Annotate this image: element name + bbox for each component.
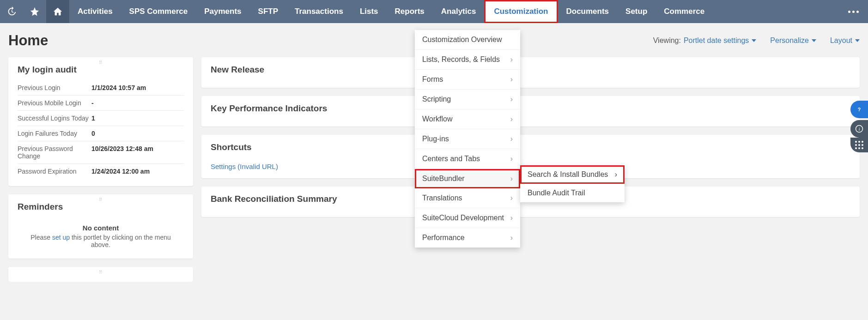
history-icon[interactable] — [0, 0, 23, 23]
left-column: ⠿ My login audit Previous Login1/1/2024 … — [8, 57, 193, 282]
chevron-right-icon: › — [510, 155, 513, 163]
submenu-item-search-install-bundles[interactable]: Search & Install Bundles› — [520, 165, 625, 184]
personalize-label: Personalize — [770, 36, 809, 45]
setup-link[interactable]: set up — [52, 234, 70, 241]
row-value: 1/24/2024 12:00 am — [91, 168, 150, 175]
nav-item-reports[interactable]: Reports — [387, 0, 433, 23]
row-value: - — [91, 99, 94, 107]
chevron-right-icon: › — [510, 194, 513, 202]
nav-item-customization[interactable]: Customization — [484, 0, 558, 23]
dropdown-item-label: SuiteBundler — [422, 175, 465, 183]
login-audit-row: Login Failures Today0 — [18, 126, 184, 141]
no-content: No content Please set up this portlet by… — [18, 217, 184, 251]
login-audit-row: Successful Logins Today1 — [18, 111, 184, 126]
nav-item-lists[interactable]: Lists — [352, 0, 387, 23]
nav-item-sftp[interactable]: SFTP — [250, 0, 286, 23]
page-title: Home — [8, 32, 48, 49]
login-audit-portlet: ⠿ My login audit Previous Login1/1/2024 … — [8, 57, 193, 186]
info-button[interactable]: i — [850, 120, 868, 138]
row-value: 1/1/2024 10:57 am — [91, 84, 146, 91]
submenu-item-bundle-audit-trail[interactable]: Bundle Audit Trail — [520, 184, 625, 202]
portlet-title: Reminders — [18, 202, 184, 212]
portlet-title: My login audit — [18, 65, 184, 75]
dropdown-item-label: Workflow — [422, 115, 453, 123]
dropdown-item-label: Forms — [422, 75, 443, 84]
dropdown-item-plug-ins[interactable]: Plug-ins› — [415, 129, 520, 149]
row-value: 1 — [91, 115, 95, 122]
row-label: Password Expiration — [18, 168, 91, 175]
row-label: Successful Logins Today — [18, 115, 91, 122]
submenu-item-label: Bundle Audit Trail — [528, 189, 585, 197]
new-release-portlet: New Release — [201, 57, 860, 88]
drag-handle-icon[interactable]: ⠿ — [99, 270, 103, 275]
row-value: 0 — [91, 130, 95, 137]
topbar: ActivitiesSPS CommercePaymentsSFTPTransa… — [0, 0, 868, 23]
dropdown-item-customization-overview[interactable]: Customization Overview — [415, 30, 520, 50]
no-content-title: No content — [27, 224, 175, 232]
more-icon[interactable] — [848, 11, 859, 13]
drag-handle-icon[interactable]: ⠿ — [99, 60, 103, 65]
dropdown-item-label: Performance — [422, 234, 465, 242]
nav-item-documents[interactable]: Documents — [558, 0, 618, 23]
dropdown-item-translations[interactable]: Translations› — [415, 188, 520, 208]
chevron-right-icon: › — [510, 75, 513, 84]
dropdown-item-performance[interactable]: Performance› — [415, 228, 520, 248]
dropdown-item-centers-and-tabs[interactable]: Centers and Tabs› — [415, 149, 520, 169]
dropdown-item-suitebundler[interactable]: SuiteBundler› — [415, 169, 520, 188]
star-icon[interactable] — [23, 0, 46, 23]
home-icon[interactable] — [46, 0, 69, 23]
layout-control[interactable]: Layout — [830, 36, 860, 45]
empty-portlet: ⠿ — [8, 267, 193, 282]
dropdown-item-label: Scripting — [422, 95, 451, 103]
nav-item-commerce[interactable]: Commerce — [656, 0, 713, 23]
portlet-title: New Release — [211, 65, 850, 75]
reminders-portlet: ⠿ Reminders No content Please set up thi… — [8, 194, 193, 259]
customization-dropdown: Customization OverviewLists, Records, & … — [415, 30, 520, 248]
help-button[interactable]: ? — [850, 101, 868, 118]
viewing-control[interactable]: Viewing: Portlet date settings — [653, 36, 757, 45]
nav-item-activities[interactable]: Activities — [69, 0, 121, 23]
nav-item-setup[interactable]: Setup — [617, 0, 656, 23]
nav-item-transactions[interactable]: Transactions — [286, 0, 352, 23]
kpi-portlet: Key Performance Indicators — [201, 96, 860, 127]
viewing-prefix: Viewing: — [653, 36, 681, 45]
suitebundler-submenu: Search & Install Bundles›Bundle Audit Tr… — [520, 165, 625, 202]
dropdown-item-label: Translations — [422, 194, 462, 202]
row-label: Previous Login — [18, 84, 91, 91]
nav-item-analytics[interactable]: Analytics — [433, 0, 485, 23]
row-value: 10/26/2023 12:48 am — [91, 145, 153, 160]
caret-down-icon — [752, 39, 756, 42]
nav-item-sps-commerce[interactable]: SPS Commerce — [121, 0, 196, 23]
chevron-right-icon: › — [510, 135, 513, 143]
dropdown-item-label: Plug-ins — [422, 135, 449, 143]
chevron-right-icon: › — [510, 234, 513, 242]
dropdown-item-label: Centers and Tabs — [422, 155, 480, 163]
dropdown-item-workflow[interactable]: Workflow› — [415, 109, 520, 129]
row-label: Login Failures Today — [18, 130, 91, 137]
submenu-item-label: Search & Install Bundles — [528, 170, 608, 179]
viewing-value: Portlet date settings — [684, 36, 749, 45]
portlet-title: Key Performance Indicators — [211, 103, 850, 114]
drag-handle-icon[interactable]: ⠿ — [99, 197, 103, 202]
login-audit-row: Previous Login1/1/2024 10:57 am — [18, 80, 184, 96]
personalize-control[interactable]: Personalize — [770, 36, 816, 45]
nav-item-payments[interactable]: Payments — [196, 0, 249, 23]
chevron-right-icon: › — [510, 175, 513, 183]
dropdown-item-forms[interactable]: Forms› — [415, 70, 520, 90]
login-audit-row: Previous Password Change10/26/2023 12:48… — [18, 141, 184, 164]
login-audit-row: Previous Mobile Login- — [18, 96, 184, 111]
dropdown-item-lists-records-fields[interactable]: Lists, Records, & Fields› — [415, 50, 520, 70]
row-label: Previous Password Change — [18, 145, 91, 160]
dialpad-button[interactable] — [850, 138, 868, 152]
shortcut-link[interactable]: Settings (Invalid URL) — [211, 163, 278, 170]
chevron-right-icon: › — [510, 115, 513, 123]
dropdown-item-label: Lists, Records, & Fields — [422, 55, 500, 64]
topbar-right — [848, 11, 868, 13]
portlet-title: Shortcuts — [211, 142, 850, 152]
chevron-right-icon: › — [510, 214, 513, 222]
dropdown-item-suitecloud-development[interactable]: SuiteCloud Development› — [415, 208, 520, 228]
layout-label: Layout — [830, 36, 852, 45]
dropdown-item-label: Customization Overview — [422, 36, 502, 44]
dropdown-item-scripting[interactable]: Scripting› — [415, 90, 520, 109]
caret-down-icon — [812, 39, 816, 42]
